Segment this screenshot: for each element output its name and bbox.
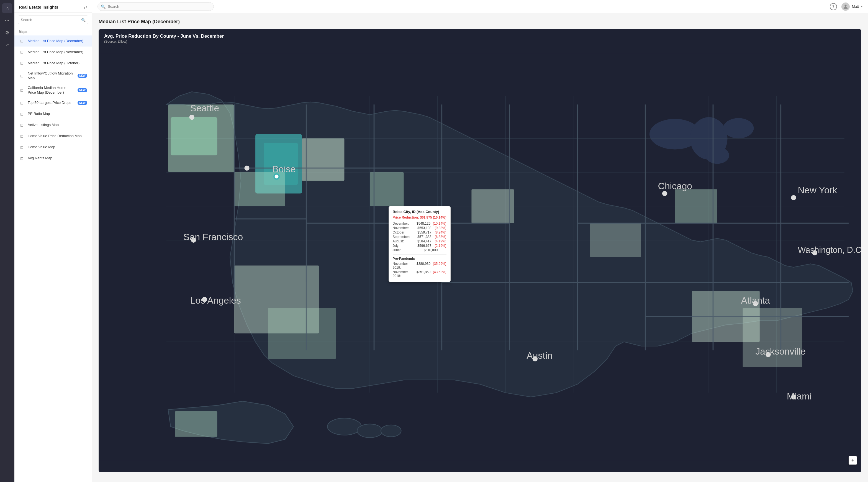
nav-settings[interactable]: ⚙	[2, 28, 12, 38]
map-container[interactable]: Avg. Price Reduction By County - June Vs…	[99, 29, 861, 472]
tooltip-pp-row-0: November 2019: $380,930 (35.99%)	[393, 262, 446, 270]
sidebar-item-label-9: Home Value Map	[28, 145, 87, 150]
map-item-icon-10: ⊡	[19, 155, 25, 161]
tooltip-pct-4: (4.19%)	[434, 239, 446, 243]
topbar-right: ? Matt ▾	[830, 2, 863, 11]
tooltip-price-5: $596,667	[417, 244, 431, 248]
svg-text:New York: New York	[798, 185, 837, 195]
sidebar-item-median-dec[interactable]: ⊡ Median List Price Map (December)	[14, 35, 92, 47]
nav-home[interactable]: ⌂	[2, 3, 12, 13]
svg-rect-35	[175, 411, 217, 437]
svg-text:Seattle: Seattle	[190, 103, 219, 113]
tooltip-pp-month-0: November 2019:	[393, 262, 416, 270]
tooltip-row-4: August: $584,417 (4.19%)	[393, 239, 446, 243]
sidebar-search-input[interactable]	[18, 16, 88, 24]
map-item-icon-1: ⊡	[19, 49, 25, 55]
svg-point-61	[791, 195, 796, 200]
tooltip-divider	[393, 254, 446, 254]
tooltip-pp-price-0: $380,930	[416, 262, 430, 270]
zoom-in-button[interactable]: +	[848, 456, 857, 464]
sidebar-item-label-8: Home Value Price Reduction Map	[28, 134, 87, 139]
tooltip-month-2: October:	[393, 231, 416, 234]
tooltip-price-1: $553,108	[417, 226, 431, 230]
tooltip-pre-pandemic-label: Pre-Pandemic	[393, 257, 446, 261]
tooltip-month-5: July:	[393, 244, 416, 248]
svg-point-60	[662, 191, 667, 196]
tooltip-price-6: $610,000	[424, 248, 438, 252]
map-svg-area[interactable]: Seattle San Francisco Los Angeles Boise …	[99, 45, 861, 469]
tooltip-pct-0: (10.14%)	[432, 221, 446, 225]
sidebar-item-label-2: Median List Price Map (October)	[28, 61, 87, 66]
sidebar-item-label-6: PE Ratio Map	[28, 112, 87, 116]
sidebar-item-pe-ratio[interactable]: ⊡ PE Ratio Map	[14, 109, 92, 120]
svg-text:Miami: Miami	[787, 391, 812, 401]
svg-point-56	[244, 165, 249, 171]
tooltip-row-5: July: $596,667 (2.19%)	[393, 244, 446, 248]
main-content: 🔍 ? Matt ▾ Median List Price Map (Decemb…	[92, 0, 868, 482]
sidebar-section-label: Maps	[14, 27, 92, 35]
svg-point-38	[381, 425, 401, 437]
share-icon: ↗	[5, 42, 9, 48]
icon-bar: ⌂ ••• ⚙ ↗	[0, 0, 14, 482]
svg-point-37	[357, 424, 382, 438]
sidebar-item-label-4: California Median Home Price Map (Decemb…	[28, 86, 74, 95]
nav-share[interactable]: ↗	[2, 40, 12, 50]
tooltip-month-0: December:	[393, 221, 416, 225]
user-caret-icon: ▾	[861, 5, 863, 8]
sidebar-item-home-value-reduction[interactable]: ⊡ Home Value Price Reduction Map	[14, 131, 92, 142]
map-item-icon-3: ⊡	[19, 73, 25, 79]
sidebar-title: Real Estate Insights	[19, 5, 58, 9]
topbar-search-input[interactable]	[97, 2, 214, 11]
svg-rect-32	[268, 308, 336, 359]
svg-point-59	[274, 174, 279, 179]
tooltip-price-2: $559,717	[417, 231, 431, 234]
map-item-icon-2: ⊡	[19, 60, 25, 66]
sidebar-item-top50[interactable]: ⊡ Top 50 Largest Price Drops NEW	[14, 97, 92, 109]
nav-dots[interactable]: •••	[2, 16, 12, 26]
map-tooltip: Boise City, ID (Ada County) Price Reduct…	[389, 206, 451, 282]
page-title: Median List Price Map (December)	[99, 19, 861, 25]
help-button[interactable]: ?	[830, 3, 837, 10]
svg-rect-22	[170, 117, 217, 155]
user-menu[interactable]: Matt ▾	[841, 2, 863, 11]
sidebar-item-active-listings[interactable]: ⊡ Active Listings Map	[14, 120, 92, 131]
dots-icon: •••	[5, 19, 9, 23]
map-item-icon-8: ⊡	[19, 133, 25, 139]
sidebar-item-label-5: Top 50 Largest Price Drops	[28, 100, 74, 105]
sidebar-item-avg-rents[interactable]: ⊡ Avg Rents Map	[14, 153, 92, 164]
topbar-search-icon: 🔍	[101, 4, 105, 9]
sidebar-item-net-inflow[interactable]: ⊡ Net Inflow/Outflow Migration Map NEW	[14, 69, 92, 83]
badge-new-ca-median: NEW	[78, 88, 87, 92]
tooltip-row-6: June: $610,000	[393, 248, 446, 252]
sidebar-item-median-nov[interactable]: ⊡ Median List Price Map (November)	[14, 47, 92, 58]
map-item-icon-4: ⊡	[19, 87, 25, 93]
sidebar-item-home-value[interactable]: ⊡ Home Value Map	[14, 142, 92, 153]
map-item-icon-0: ⊡	[19, 38, 25, 44]
tooltip-location: Boise City, ID (Ada County)	[393, 210, 446, 214]
map-source-label: (Source: Zillow)	[104, 40, 856, 43]
svg-text:Jacksonville: Jacksonville	[755, 346, 806, 357]
tooltip-pp-pct-0: (35.99%)	[432, 262, 446, 270]
tooltip-pct-5: (2.19%)	[434, 244, 446, 248]
tooltip-row-0: December: $548,125 (10.14%)	[393, 221, 446, 225]
svg-text:Los Angeles: Los Angeles	[190, 295, 241, 305]
svg-point-3	[723, 118, 754, 138]
sidebar-item-median-oct[interactable]: ⊡ Median List Price Map (October)	[14, 58, 92, 69]
tooltip-row-3: September: $571,383 (6.33%)	[393, 235, 446, 239]
tooltip-pct-1: (9.33%)	[434, 226, 446, 230]
topbar-search-container: 🔍	[97, 2, 214, 11]
sidebar-item-label-7: Active Listings Map	[28, 123, 87, 127]
sidebar-item-label-0: Median List Price Map (December)	[28, 39, 87, 43]
svg-text:Austin: Austin	[527, 351, 553, 361]
content-area: Median List Price Map (December) Avg. Pr…	[92, 13, 868, 482]
svg-rect-30	[675, 189, 717, 223]
sidebar-item-label-1: Median List Price Map (November)	[28, 50, 87, 55]
sidebar-item-ca-median[interactable]: ⊡ California Median Home Price Map (Dece…	[14, 83, 92, 97]
map-item-icon-7: ⊡	[19, 122, 25, 128]
sidebar-item-label-3: Net Inflow/Outflow Migration Map	[28, 71, 74, 81]
username-label: Matt	[852, 4, 859, 8]
transfer-icon[interactable]: ⇄	[84, 4, 87, 10]
map-item-icon-6: ⊡	[19, 111, 25, 117]
tooltip-price-reduction-row: Price Reduction: $61,875 (10.14%)	[393, 215, 446, 219]
tooltip-row-2: October: $559,717 (8.24%)	[393, 231, 446, 234]
